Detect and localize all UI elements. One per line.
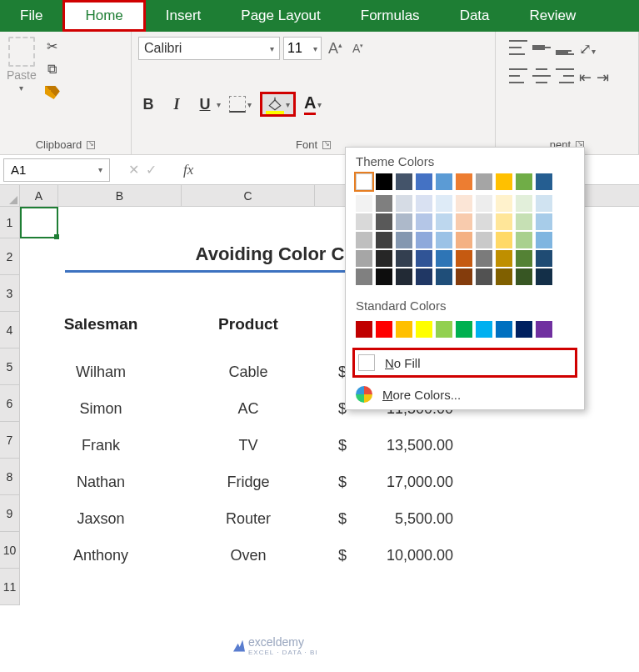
color-swatch[interactable] (396, 173, 412, 190)
copy-button[interactable] (43, 60, 62, 78)
font-size-select[interactable]: 11▾ (283, 37, 322, 60)
cell-salesman[interactable]: Nathan (20, 474, 182, 491)
color-swatch[interactable] (536, 321, 552, 338)
color-swatch[interactable] (376, 268, 392, 285)
name-box[interactable]: A1▾ (3, 158, 110, 182)
color-swatch[interactable] (496, 321, 512, 338)
cell-salesman[interactable]: Anthony (20, 547, 182, 564)
active-cell[interactable] (20, 207, 58, 238)
italic-button[interactable]: I (167, 96, 187, 113)
col-header-b[interactable]: B (58, 185, 182, 206)
cell-product[interactable]: Router (182, 510, 315, 528)
orientation-button[interactable]: ⤢▾ (579, 40, 596, 58)
color-swatch[interactable] (396, 268, 412, 285)
align-right-button[interactable] (556, 68, 574, 83)
cell-value[interactable]: 10,000.00 (353, 547, 478, 564)
color-swatch[interactable] (536, 195, 552, 212)
decrease-indent-button[interactable]: ⇤ (579, 68, 592, 87)
cut-button[interactable] (43, 37, 62, 55)
row-header[interactable]: 10 (0, 532, 20, 569)
tab-review[interactable]: Review (510, 0, 597, 32)
increase-indent-button[interactable]: ⇥ (597, 68, 609, 87)
color-swatch[interactable] (516, 195, 532, 212)
more-colors-item[interactable]: More Colors... (346, 379, 584, 409)
color-swatch[interactable] (416, 321, 432, 338)
color-swatch[interactable] (516, 213, 532, 230)
color-swatch[interactable] (456, 250, 472, 267)
enter-formula-button[interactable]: ✓ (146, 162, 157, 178)
cancel-formula-button[interactable]: ✕ (128, 162, 139, 178)
color-swatch[interactable] (516, 232, 532, 248)
cell-salesman[interactable]: Wilham (20, 364, 182, 381)
color-swatch[interactable] (516, 250, 532, 267)
color-swatch[interactable] (456, 173, 472, 190)
color-swatch[interactable] (536, 213, 552, 230)
color-swatch[interactable] (516, 173, 532, 190)
tab-formulas[interactable]: Formulas (341, 0, 440, 32)
color-swatch[interactable] (376, 173, 392, 190)
color-swatch[interactable] (356, 268, 372, 285)
cell-product[interactable]: TV (182, 437, 315, 454)
tab-file[interactable]: File (0, 0, 62, 32)
format-painter-button[interactable] (43, 83, 62, 102)
align-left-button[interactable] (509, 68, 527, 83)
color-swatch[interactable] (496, 268, 512, 285)
color-swatch[interactable] (396, 213, 412, 230)
tab-insert[interactable]: Insert (146, 0, 222, 32)
color-swatch[interactable] (456, 195, 472, 212)
align-center-button[interactable] (532, 68, 551, 83)
color-swatch[interactable] (516, 321, 532, 338)
tab-home[interactable]: Home (62, 0, 145, 32)
color-swatch[interactable] (496, 213, 512, 230)
color-swatch[interactable] (476, 232, 492, 248)
color-swatch[interactable] (476, 250, 492, 267)
row-header[interactable]: 8 (0, 459, 20, 495)
color-swatch[interactable] (536, 268, 552, 285)
cell-currency[interactable]: $ (315, 547, 353, 564)
color-swatch[interactable] (476, 173, 492, 190)
color-swatch[interactable] (376, 213, 392, 230)
color-swatch[interactable] (376, 232, 392, 248)
color-swatch[interactable] (356, 250, 372, 267)
color-swatch[interactable] (496, 195, 512, 212)
color-swatch[interactable] (476, 321, 492, 338)
font-color-button[interactable]: A▾ (304, 93, 322, 115)
color-swatch[interactable] (396, 195, 412, 212)
cell-salesman[interactable]: Frank (20, 437, 182, 454)
color-swatch[interactable] (496, 250, 512, 267)
color-swatch[interactable] (496, 173, 512, 190)
color-swatch[interactable] (436, 250, 452, 267)
expand-icon[interactable] (322, 141, 331, 149)
cell-currency[interactable]: $ (315, 510, 353, 528)
color-swatch[interactable] (396, 232, 412, 248)
align-middle-button[interactable] (532, 40, 551, 55)
color-swatch[interactable] (436, 213, 452, 230)
col-header-c[interactable]: C (182, 185, 315, 206)
borders-button[interactable]: ▾ (229, 96, 252, 113)
color-swatch[interactable] (396, 321, 412, 338)
cell-salesman[interactable]: Simon (20, 400, 182, 418)
color-swatch[interactable] (416, 232, 432, 248)
cell-value[interactable]: 5,500.00 (353, 510, 478, 528)
expand-icon[interactable] (87, 141, 95, 149)
row-header[interactable]: 4 (0, 312, 20, 349)
row-header[interactable]: 6 (0, 385, 20, 422)
color-swatch[interactable] (436, 268, 452, 285)
color-swatch[interactable] (416, 195, 432, 212)
row-header[interactable]: 7 (0, 422, 20, 459)
color-swatch[interactable] (376, 250, 392, 267)
decrease-font-button[interactable]: A▾ (349, 42, 367, 55)
color-swatch[interactable] (476, 213, 492, 230)
fill-color-button[interactable]: ▾ (260, 92, 296, 117)
row-header[interactable]: 11 (0, 569, 20, 605)
color-swatch[interactable] (416, 213, 432, 230)
select-all-corner[interactable] (0, 185, 20, 206)
increase-font-button[interactable]: A▴ (325, 40, 346, 58)
cell-currency[interactable]: $ (315, 474, 353, 491)
cell-currency[interactable]: $ (315, 437, 353, 454)
row-header[interactable]: 2 (0, 238, 20, 275)
align-top-button[interactable] (509, 40, 527, 55)
color-swatch[interactable] (476, 195, 492, 212)
color-swatch[interactable] (436, 195, 452, 212)
bold-button[interactable]: B (138, 96, 158, 113)
